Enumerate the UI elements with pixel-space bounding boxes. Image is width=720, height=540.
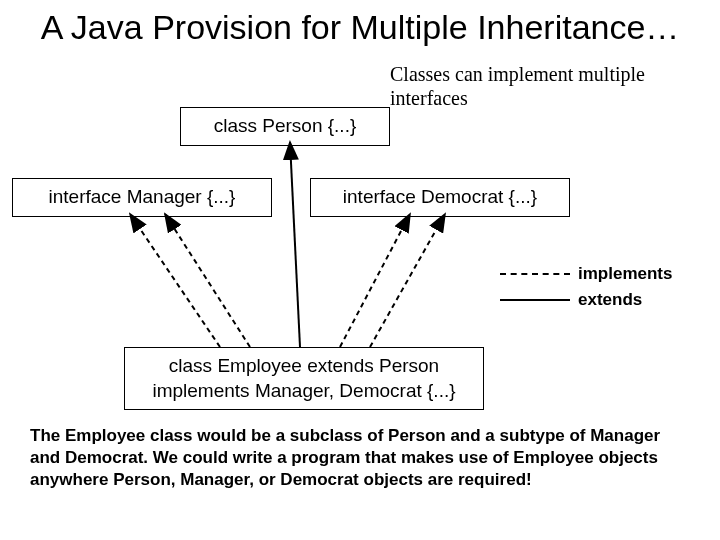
box-democrat: interface Democrat {...} (310, 178, 570, 217)
explanation-paragraph: The Employee class would be a subclass o… (30, 425, 690, 491)
annotation-note: Classes can implement multiple interface… (390, 62, 720, 110)
legend-implements-label: implements (578, 264, 672, 284)
svg-line-2 (130, 214, 220, 347)
slide-title: A Java Provision for Multiple Inheritanc… (0, 8, 720, 47)
legend-solid-line (500, 299, 570, 301)
title-text: A Java Provision for Multiple Inheritanc… (41, 8, 680, 46)
legend-extends: extends (500, 290, 642, 310)
box-person-text: class Person {...} (214, 115, 357, 136)
svg-line-1 (290, 142, 300, 347)
box-manager-text: interface Manager {...} (49, 186, 236, 207)
box-person: class Person {...} (180, 107, 390, 146)
box-employee: class Employee extends Person implements… (124, 347, 484, 410)
box-employee-text: class Employee extends Person implements… (152, 355, 455, 401)
legend-dash-line (500, 273, 570, 275)
legend-implements: implements (500, 264, 672, 284)
box-democrat-text: interface Democrat {...} (343, 186, 537, 207)
svg-line-5 (370, 214, 445, 347)
paragraph-text: The Employee class would be a subclass o… (30, 426, 660, 489)
annotation-text: Classes can implement multiple interface… (390, 63, 645, 109)
svg-line-4 (340, 214, 410, 347)
legend-extends-label: extends (578, 290, 642, 310)
box-manager: interface Manager {...} (12, 178, 272, 217)
svg-line-3 (165, 214, 250, 347)
